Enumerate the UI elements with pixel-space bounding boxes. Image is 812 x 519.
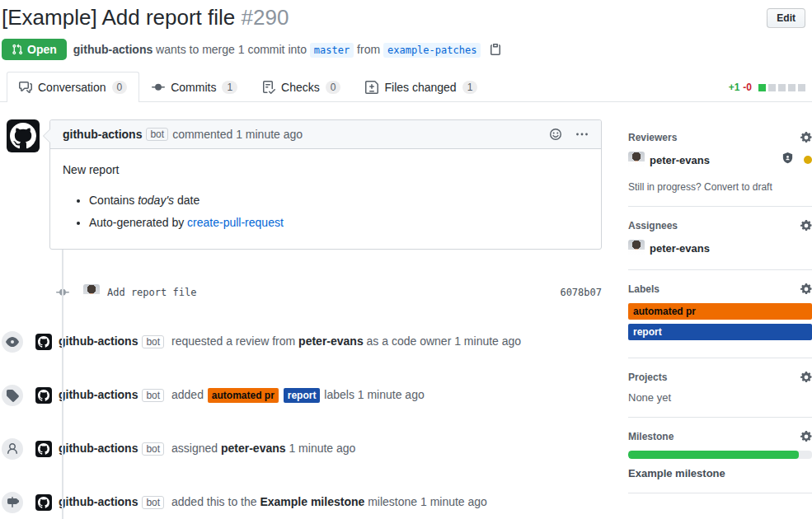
pr-state-label: Open (27, 43, 57, 56)
diffstat[interactable]: +1 -0 (729, 82, 805, 93)
avatar[interactable] (628, 152, 645, 168)
milestone-header: Milestone (628, 431, 674, 442)
comment-header: github-actions bot commented 1 minute ag… (50, 120, 601, 149)
avatar[interactable] (35, 494, 52, 511)
from-word: from (357, 43, 380, 56)
comment-bullet: Auto-generated by create-pull-request (89, 214, 589, 231)
event-actor[interactable]: github-actions (59, 442, 138, 455)
bot-badge: bot (142, 496, 164, 509)
event-target-user[interactable]: peter-evans (221, 442, 286, 455)
pr-header: [Example] Add report file #290 Edit (0, 0, 812, 30)
base-branch-chip[interactable]: master (310, 43, 354, 58)
sidebar-section-labels: Labels automated pr report (628, 270, 812, 358)
event-assigned: github-actionsbot assigned peter-evans 1… (0, 436, 602, 461)
reviewer-row: peter-evans (628, 152, 812, 168)
tab-counter: 0 (112, 81, 128, 94)
avatar[interactable] (35, 387, 52, 404)
sidebar-section-reviewers: Reviewers peter-evans Still in progress?… (628, 119, 812, 207)
discussion-column: github-actions bot commented 1 minute ag… (0, 119, 602, 517)
reviewer-name[interactable]: peter-evans (650, 154, 710, 166)
diff-additions: +1 (729, 82, 740, 93)
assignee-name[interactable]: peter-evans (650, 242, 710, 255)
gear-icon[interactable] (800, 132, 812, 143)
label-report[interactable]: report (628, 324, 812, 340)
pr-state-badge: Open (2, 39, 67, 60)
assignees-header: Assignees (628, 220, 678, 231)
copy-branch-icon[interactable] (489, 43, 502, 56)
file-diff-icon (365, 81, 378, 94)
gear-icon[interactable] (800, 431, 812, 442)
diff-deletions: -0 (743, 82, 752, 93)
avatar[interactable] (35, 334, 52, 350)
tab-checks[interactable]: Checks 0 (250, 72, 353, 102)
merge-sentence: wants to merge 1 commit into (156, 43, 307, 56)
commit-message[interactable]: Add report file (107, 287, 560, 298)
commit-row: Add report file 6078b07 (0, 284, 602, 301)
comment-bullet: Contains today's date (89, 192, 589, 209)
label-chip-automated-pr[interactable]: automated pr (208, 388, 279, 403)
bot-badge: bot (142, 442, 164, 456)
sidebar-section-assignees: Assignees peter-evans (628, 207, 812, 270)
checklist-icon (262, 81, 275, 94)
event-review-requested: github-actionsbot requested a review fro… (0, 329, 602, 354)
event-labeled: github-actionsbot added automated pr rep… (0, 382, 602, 408)
git-pull-request-icon (12, 44, 23, 55)
projects-header: Projects (628, 372, 667, 383)
label-chip-report[interactable]: report (284, 388, 321, 403)
eye-icon (0, 330, 25, 354)
event-actor[interactable]: github-actions (59, 334, 138, 348)
gear-icon[interactable] (800, 372, 812, 383)
tab-conversation[interactable]: Conversation 0 (7, 72, 139, 102)
octocat-icon (10, 123, 36, 149)
bot-badge: bot (142, 335, 164, 348)
convert-to-draft-link[interactable]: Convert to draft (704, 181, 772, 193)
event-target-user[interactable]: peter-evans (298, 334, 364, 348)
git-commit-icon (152, 81, 165, 94)
diff-block (758, 84, 766, 91)
tab-counter: 0 (326, 81, 341, 94)
create-pull-request-link[interactable]: create-pull-request (187, 216, 284, 229)
tab-label: Commits (171, 81, 216, 94)
milestone-icon (0, 490, 25, 515)
edit-button[interactable]: Edit (767, 8, 805, 28)
commit-sha[interactable]: 6078b07 (560, 287, 602, 298)
milestone-name[interactable]: Example milestone (628, 467, 812, 479)
pending-review-dot (804, 156, 812, 164)
page-title: [Example] Add report file #290 (2, 5, 289, 30)
head-branch-chip[interactable]: example-patches (383, 43, 481, 58)
event-actor[interactable]: github-actions (59, 495, 138, 508)
tab-label: Files changed (384, 81, 456, 94)
diff-block (788, 84, 796, 91)
comment-thread: github-actions bot commented 1 minute ag… (0, 119, 602, 250)
avatar[interactable] (628, 240, 645, 256)
pr-meta-row: Open github-actions wants to merge 1 com… (0, 30, 812, 72)
add-reaction-icon[interactable] (549, 128, 562, 141)
avatar[interactable] (83, 284, 100, 301)
kebab-menu-icon[interactable] (575, 128, 589, 141)
avatar[interactable] (7, 119, 40, 152)
labels-header: Labels (628, 283, 659, 295)
projects-empty-text: None yet (628, 391, 812, 404)
label-automated-pr[interactable]: automated pr (628, 303, 812, 320)
avatar[interactable] (35, 441, 52, 457)
gear-icon[interactable] (800, 220, 812, 231)
comment-author[interactable]: github-actions (63, 128, 142, 141)
sidebar-section-milestone: Milestone Example milestone (628, 418, 812, 493)
event-actor[interactable]: github-actions (59, 388, 138, 401)
tab-commits[interactable]: Commits 1 (139, 72, 250, 102)
tab-label: Checks (281, 81, 320, 94)
italic-text: today's (138, 194, 174, 207)
tab-files-changed[interactable]: Files changed 1 (353, 72, 490, 102)
diff-block (798, 84, 805, 91)
sidebar-section-projects: Projects None yet (628, 358, 812, 418)
person-icon (0, 437, 25, 461)
comment-discussion-icon (19, 81, 32, 94)
comment-intro: New report (63, 161, 589, 179)
event-milestone-name[interactable]: Example milestone (260, 495, 364, 508)
pr-author[interactable]: github-actions (73, 43, 153, 56)
pr-tab-bar: Conversation 0 Commits 1 Checks 0 Files … (0, 72, 812, 102)
tab-label: Conversation (38, 81, 106, 94)
gear-icon[interactable] (800, 283, 812, 295)
bot-badge: bot (146, 128, 168, 141)
tab-counter: 1 (462, 81, 478, 94)
